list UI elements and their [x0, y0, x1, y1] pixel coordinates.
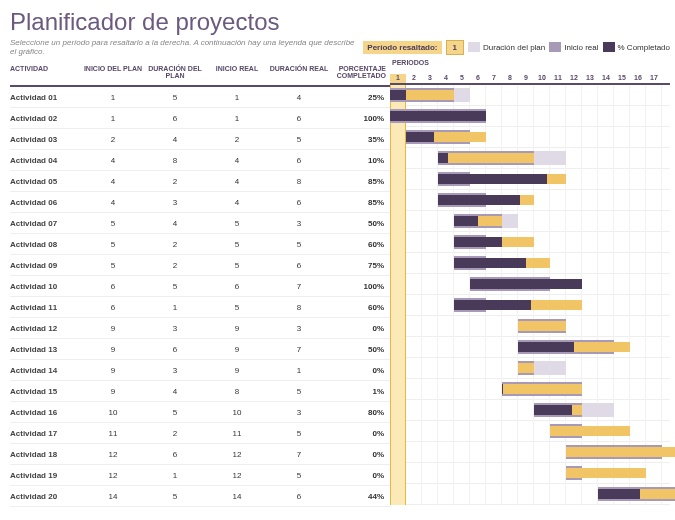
cell-real-start[interactable]: 4 [206, 198, 268, 207]
cell-plan-dur[interactable]: 5 [144, 408, 206, 417]
cell-real-start[interactable]: 8 [206, 387, 268, 396]
cell-plan-dur[interactable]: 5 [144, 93, 206, 102]
cell-pct[interactable]: 50% [330, 219, 390, 228]
cell-plan-start[interactable]: 6 [82, 282, 144, 291]
table-row[interactable]: Actividad 1610510380% [10, 402, 390, 423]
cell-real-start[interactable]: 4 [206, 177, 268, 186]
cell-plan-dur[interactable]: 1 [144, 471, 206, 480]
cell-plan-dur[interactable]: 8 [144, 156, 206, 165]
period-header-15[interactable]: 15 [614, 74, 630, 83]
cell-real-dur[interactable]: 5 [268, 471, 330, 480]
cell-pct[interactable]: 85% [330, 177, 390, 186]
period-header-6[interactable]: 6 [470, 74, 486, 83]
table-row[interactable]: Actividad 191211250% [10, 465, 390, 486]
cell-plan-start[interactable]: 1 [82, 93, 144, 102]
table-row[interactable]: Actividad 021616100% [10, 108, 390, 129]
cell-plan-start[interactable]: 5 [82, 261, 144, 270]
cell-real-dur[interactable]: 5 [268, 240, 330, 249]
cell-plan-dur[interactable]: 5 [144, 282, 206, 291]
cell-pct[interactable]: 80% [330, 408, 390, 417]
cell-plan-start[interactable]: 1 [82, 114, 144, 123]
cell-real-dur[interactable]: 5 [268, 429, 330, 438]
cell-plan-dur[interactable]: 1 [144, 303, 206, 312]
cell-plan-start[interactable]: 6 [82, 303, 144, 312]
period-highlight-value[interactable]: 1 [446, 40, 464, 55]
table-row[interactable]: Actividad 2014514644% [10, 486, 390, 507]
table-row[interactable]: Actividad 03242535% [10, 129, 390, 150]
cell-real-start[interactable]: 9 [206, 345, 268, 354]
cell-real-start[interactable]: 5 [206, 261, 268, 270]
table-row[interactable]: Actividad 04484610% [10, 150, 390, 171]
cell-real-start[interactable]: 1 [206, 114, 268, 123]
table-row[interactable]: Actividad 1493910% [10, 360, 390, 381]
cell-real-start[interactable]: 5 [206, 219, 268, 228]
cell-plan-dur[interactable]: 6 [144, 345, 206, 354]
cell-plan-start[interactable]: 10 [82, 408, 144, 417]
cell-pct[interactable]: 10% [330, 156, 390, 165]
cell-plan-start[interactable]: 12 [82, 471, 144, 480]
cell-pct[interactable]: 85% [330, 198, 390, 207]
cell-real-start[interactable]: 11 [206, 429, 268, 438]
cell-real-dur[interactable]: 6 [268, 114, 330, 123]
cell-real-start[interactable]: 5 [206, 240, 268, 249]
cell-real-start[interactable]: 9 [206, 324, 268, 333]
cell-plan-dur[interactable]: 2 [144, 240, 206, 249]
table-row[interactable]: Actividad 11615860% [10, 297, 390, 318]
cell-plan-dur[interactable]: 4 [144, 219, 206, 228]
cell-plan-start[interactable]: 12 [82, 450, 144, 459]
cell-real-dur[interactable]: 7 [268, 282, 330, 291]
cell-pct[interactable]: 0% [330, 366, 390, 375]
cell-real-dur[interactable]: 6 [268, 492, 330, 501]
cell-real-dur[interactable]: 3 [268, 408, 330, 417]
cell-real-start[interactable]: 4 [206, 156, 268, 165]
cell-real-start[interactable]: 2 [206, 135, 268, 144]
cell-real-dur[interactable]: 8 [268, 177, 330, 186]
cell-real-start[interactable]: 12 [206, 450, 268, 459]
cell-pct[interactable]: 75% [330, 261, 390, 270]
cell-pct[interactable]: 1% [330, 387, 390, 396]
cell-real-dur[interactable]: 6 [268, 156, 330, 165]
cell-plan-start[interactable]: 4 [82, 198, 144, 207]
cell-plan-start[interactable]: 9 [82, 345, 144, 354]
cell-plan-start[interactable]: 5 [82, 219, 144, 228]
table-row[interactable]: Actividad 106567100% [10, 276, 390, 297]
cell-plan-dur[interactable]: 3 [144, 324, 206, 333]
cell-real-dur[interactable]: 3 [268, 324, 330, 333]
cell-real-dur[interactable]: 7 [268, 450, 330, 459]
cell-pct[interactable]: 0% [330, 450, 390, 459]
period-header-3[interactable]: 3 [422, 74, 438, 83]
cell-real-dur[interactable]: 5 [268, 387, 330, 396]
cell-plan-start[interactable]: 5 [82, 240, 144, 249]
cell-real-start[interactable]: 1 [206, 93, 268, 102]
cell-plan-start[interactable]: 9 [82, 387, 144, 396]
cell-plan-dur[interactable]: 2 [144, 177, 206, 186]
cell-plan-dur[interactable]: 6 [144, 450, 206, 459]
table-row[interactable]: Actividad 171121150% [10, 423, 390, 444]
cell-plan-start[interactable]: 4 [82, 156, 144, 165]
period-header-4[interactable]: 4 [438, 74, 454, 83]
cell-pct[interactable]: 50% [330, 345, 390, 354]
cell-pct[interactable]: 100% [330, 282, 390, 291]
cell-real-dur[interactable]: 7 [268, 345, 330, 354]
period-header-10[interactable]: 10 [534, 74, 550, 83]
cell-real-dur[interactable]: 4 [268, 93, 330, 102]
cell-pct[interactable]: 0% [330, 429, 390, 438]
cell-real-start[interactable]: 9 [206, 366, 268, 375]
table-row[interactable]: Actividad 01151425% [10, 87, 390, 108]
period-header-17[interactable]: 17 [646, 74, 662, 83]
cell-pct[interactable]: 100% [330, 114, 390, 123]
cell-real-dur[interactable]: 6 [268, 261, 330, 270]
table-row[interactable]: Actividad 1594851% [10, 381, 390, 402]
table-row[interactable]: Actividad 13969750% [10, 339, 390, 360]
cell-real-dur[interactable]: 8 [268, 303, 330, 312]
period-header-16[interactable]: 16 [630, 74, 646, 83]
cell-real-start[interactable]: 10 [206, 408, 268, 417]
cell-real-start[interactable]: 6 [206, 282, 268, 291]
cell-pct[interactable]: 44% [330, 492, 390, 501]
cell-plan-dur[interactable]: 6 [144, 114, 206, 123]
cell-real-dur[interactable]: 3 [268, 219, 330, 228]
cell-plan-dur[interactable]: 4 [144, 387, 206, 396]
cell-pct[interactable]: 35% [330, 135, 390, 144]
table-row[interactable]: Actividad 181261270% [10, 444, 390, 465]
period-header-13[interactable]: 13 [582, 74, 598, 83]
